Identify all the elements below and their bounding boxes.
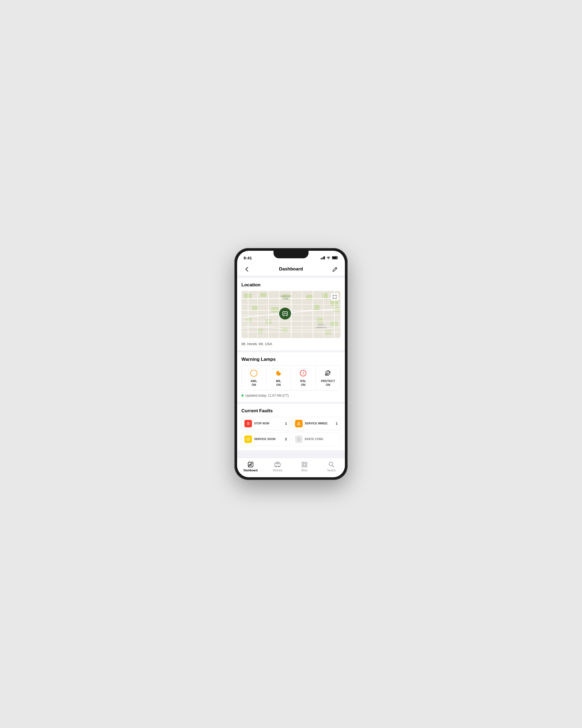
location-card-title: Location bbox=[242, 282, 340, 288]
svg-point-46 bbox=[286, 313, 287, 314]
svg-point-45 bbox=[283, 313, 284, 314]
mil-icon bbox=[274, 369, 283, 378]
warning-lamps-grid: AWLON MILON ! bbox=[242, 365, 340, 390]
svg-rect-3 bbox=[333, 271, 334, 271]
rsl-label: RSLON bbox=[300, 379, 306, 387]
svg-point-53 bbox=[299, 424, 299, 425]
search-icon bbox=[328, 461, 335, 468]
svg-rect-2 bbox=[332, 257, 337, 259]
bottom-spacer bbox=[237, 452, 345, 454]
svg-rect-9 bbox=[322, 293, 328, 299]
fault-badge-service-soon bbox=[244, 436, 252, 443]
svg-point-56 bbox=[248, 440, 248, 440]
fault-label-service-immed: SERVICE IMMED. bbox=[305, 422, 334, 425]
location-address: Mt. Horeb, WI, USA bbox=[242, 341, 340, 346]
status-time: 9:41 bbox=[244, 256, 252, 260]
awl-icon bbox=[250, 369, 258, 378]
svg-rect-68 bbox=[302, 465, 304, 467]
phone-device: 9:41 bbox=[234, 248, 348, 480]
faults-card-title: Current Faults bbox=[242, 408, 340, 414]
tab-label-more: More bbox=[302, 469, 308, 472]
fault-label-erate-cond: ERATE COND. bbox=[305, 438, 338, 441]
navigation-bar: Dashboard bbox=[237, 263, 345, 276]
svg-point-59 bbox=[299, 440, 299, 440]
awl-label: AWLON bbox=[251, 379, 257, 387]
rsl-icon: ! bbox=[299, 369, 307, 378]
svg-rect-67 bbox=[305, 462, 307, 464]
fault-label-stop-now: STOP NOW bbox=[254, 422, 283, 425]
map-expand-button[interactable] bbox=[331, 293, 338, 301]
tab-label-vehicles: Vehicles bbox=[272, 469, 282, 472]
svg-point-48 bbox=[326, 374, 327, 375]
warning-item-mil: MILON bbox=[267, 366, 291, 390]
tab-more[interactable]: More bbox=[291, 460, 318, 473]
warning-item-awl: AWLON bbox=[242, 366, 267, 390]
faults-card: Current Faults STOP NOW 1 bbox=[237, 404, 345, 450]
phone-screen: 9:41 bbox=[237, 251, 345, 477]
warning-item-rsl: ! RSLON bbox=[291, 366, 316, 390]
svg-rect-69 bbox=[305, 465, 307, 467]
location-card: Location bbox=[237, 278, 345, 350]
edit-button[interactable] bbox=[331, 265, 339, 274]
tab-vehicles[interactable]: Vehicles bbox=[264, 460, 291, 473]
update-text: Updated today, 11:07 AM (CT) bbox=[245, 394, 289, 397]
main-scroll[interactable]: Location bbox=[237, 276, 345, 458]
warning-lamps-title: Warning Lamps bbox=[242, 357, 340, 362]
svg-point-0 bbox=[328, 259, 329, 259]
vehicles-icon bbox=[274, 461, 281, 468]
svg-rect-19 bbox=[257, 329, 263, 334]
signal-icon bbox=[321, 256, 325, 259]
dashboard-icon bbox=[247, 461, 254, 468]
warning-lamps-card: Warning Lamps AWLON bbox=[237, 353, 345, 402]
mil-label: MILON bbox=[276, 379, 281, 387]
faults-grid: STOP NOW 1 SERVICE IMMED. bbox=[242, 417, 340, 446]
svg-rect-15 bbox=[247, 318, 252, 322]
page-title: Dashboard bbox=[279, 266, 303, 272]
svg-point-61 bbox=[251, 463, 252, 464]
fault-item-service-soon[interactable]: SERVICE SOON 2 bbox=[242, 433, 290, 446]
update-dot bbox=[242, 394, 244, 397]
svg-text:PARK: PARK bbox=[283, 298, 288, 300]
svg-rect-13 bbox=[314, 305, 320, 310]
tab-dashboard[interactable]: Dashboard bbox=[237, 460, 264, 473]
svg-line-71 bbox=[332, 466, 334, 467]
map-svg: HUMBOLDT PARK SOUTH LAWNDALE bbox=[242, 291, 340, 338]
back-button[interactable] bbox=[243, 265, 251, 274]
protect-icon bbox=[324, 369, 332, 378]
wifi-icon bbox=[326, 256, 331, 259]
fault-count-stop-now: 1 bbox=[285, 421, 287, 425]
tab-bar: Dashboard Vehicles bbox=[237, 458, 345, 477]
fault-count-service-soon: 2 bbox=[285, 437, 287, 441]
tab-search[interactable]: Search bbox=[318, 460, 345, 473]
svg-text:SOUTH: SOUTH bbox=[318, 324, 325, 326]
status-icons bbox=[321, 256, 339, 259]
svg-rect-12 bbox=[271, 307, 279, 312]
svg-text:HUMBOLDT: HUMBOLDT bbox=[280, 295, 292, 297]
fault-badge-service-immed bbox=[295, 420, 303, 427]
svg-rect-21 bbox=[325, 330, 331, 335]
protect-label: PROTECTON bbox=[321, 379, 335, 387]
fault-count-service-immed: 1 bbox=[336, 421, 338, 425]
svg-text:LAWNDALE: LAWNDALE bbox=[315, 327, 326, 329]
svg-rect-66 bbox=[302, 462, 304, 464]
fault-badge-stop-now bbox=[244, 420, 252, 427]
svg-rect-6 bbox=[260, 293, 266, 297]
fault-item-service-immed[interactable]: SERVICE IMMED. 1 bbox=[292, 417, 340, 430]
fault-badge-erate-cond bbox=[295, 436, 303, 443]
warning-item-protect: PROTECTON bbox=[316, 366, 340, 390]
svg-rect-14 bbox=[333, 307, 340, 312]
svg-point-51 bbox=[248, 424, 248, 425]
update-row: Updated today, 11:07 AM (CT) bbox=[242, 394, 340, 397]
svg-rect-11 bbox=[252, 306, 258, 311]
map-container[interactable]: HUMBOLDT PARK SOUTH LAWNDALE bbox=[242, 291, 340, 338]
fault-item-erate-cond[interactable]: ERATE COND. bbox=[292, 433, 340, 446]
map-marker bbox=[279, 308, 291, 319]
fault-item-stop-now[interactable]: STOP NOW 1 bbox=[242, 417, 290, 430]
fault-label-service-soon: SERVICE SOON bbox=[254, 438, 283, 441]
battery-icon bbox=[332, 256, 338, 259]
tab-label-dashboard: Dashboard bbox=[244, 469, 257, 472]
notch bbox=[274, 251, 308, 258]
more-icon bbox=[301, 461, 308, 468]
svg-rect-17 bbox=[317, 318, 324, 323]
tab-label-search: Search bbox=[327, 469, 336, 472]
